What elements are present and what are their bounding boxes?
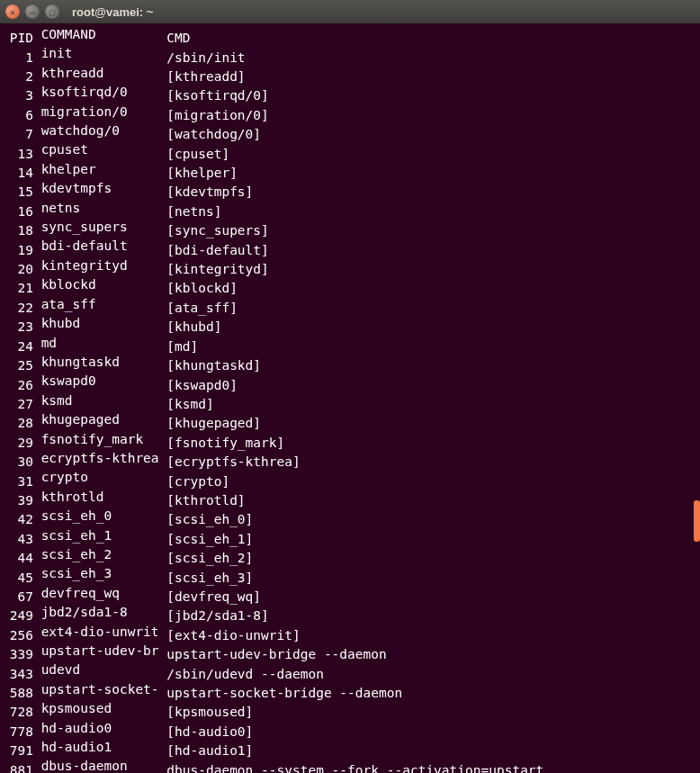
process-row: 1init/sbin/init (2, 46, 698, 65)
col-pid: 19 (2, 243, 33, 258)
col-pid: 18 (2, 223, 33, 238)
window-title: root@vamei: ~ (72, 5, 153, 19)
col-command: kswapd0 (41, 373, 167, 389)
col-pid: 25 (2, 358, 33, 373)
col-pid: 3 (2, 88, 33, 103)
col-cmd: [kdevtmpfs] (166, 184, 253, 200)
col-pid: 6 (2, 108, 33, 123)
process-row: 249jbd2/sda1-8[jbd2/sda1-8] (2, 605, 698, 624)
col-command: hd-audio0 (41, 721, 167, 736)
col-cmd: [kthreadd] (166, 69, 245, 85)
col-command: kintegrityd (41, 258, 167, 274)
col-command: ksmd (41, 393, 167, 409)
col-cmd: [scsi_eh_3] (166, 571, 253, 586)
col-pid: 15 (2, 184, 33, 200)
col-command: hd-audio1 (41, 740, 167, 755)
scrollbar-thumb[interactable] (694, 500, 700, 542)
col-cmd: [kswapd0] (166, 378, 238, 393)
minimize-icon[interactable]: ‒ (25, 4, 40, 19)
col-cmd: [khugepaged] (166, 416, 261, 431)
process-row: 791hd-audio1[hd-audio1] (2, 740, 698, 759)
col-command: init (41, 46, 167, 61)
col-command: watchdog/0 (41, 123, 167, 139)
col-command: scsi_eh_1 (41, 528, 167, 544)
window-titlebar[interactable]: ✕ ‒ ▢ root@vamei: ~ (0, 0, 700, 23)
process-row: 43scsi_eh_1[scsi_eh_1] (2, 528, 698, 547)
col-cmd: [cpuset] (166, 147, 229, 162)
col-command: kdevtmpfs (41, 181, 167, 196)
col-command: scsi_eh_2 (41, 547, 167, 562)
col-pid: 20 (2, 262, 33, 277)
maximize-icon[interactable]: ▢ (45, 4, 59, 19)
process-row: 31crypto[crypto] (2, 470, 698, 489)
process-row: 20kintegrityd[kintegrityd] (2, 258, 698, 277)
col-pid: 22 (2, 301, 33, 316)
col-cmd: [ecryptfs-kthrea] (166, 454, 300, 470)
process-row: 26kswapd0[kswapd0] (2, 373, 698, 392)
col-cmd: [kintegrityd] (166, 262, 269, 277)
col-pid: 339 (2, 647, 33, 662)
col-pid: 778 (2, 724, 33, 740)
process-row: 19bdi-default[bdi-default] (2, 238, 698, 257)
terminal-output[interactable]: PIDCOMMANDCMD1init/sbin/init2kthreadd[kt… (0, 23, 700, 773)
col-cmd: [ata_sff] (166, 301, 238, 316)
process-row: 343udevd/sbin/udevd --daemon (2, 662, 698, 681)
col-pid: 42 (2, 512, 33, 527)
col-cmd: [ksmd] (166, 397, 213, 412)
col-command: md (41, 336, 167, 351)
col-command: kthreadd (41, 66, 167, 81)
col-command: upstart-udev-br (41, 643, 167, 659)
col-cmd: [watchdog/0] (166, 127, 261, 142)
col-command: ksoftirqd/0 (41, 85, 167, 100)
process-row: 42scsi_eh_0[scsi_eh_0] (2, 508, 698, 527)
col-command: netns (41, 201, 167, 216)
process-row: 881dbus-daemondbus-daemon --system --for… (2, 759, 698, 773)
col-pid: 44 (2, 551, 33, 566)
col-command: jbd2/sda1-8 (41, 605, 167, 620)
col-command: bdi-default (41, 238, 167, 254)
process-row: 28khugepaged[khugepaged] (2, 412, 698, 431)
col-cmd: /sbin/init (166, 50, 245, 66)
col-cmd: [jbd2/sda1-8] (166, 608, 269, 624)
process-header-row: PIDCOMMANDCMD (2, 27, 698, 46)
col-pid: 791 (2, 743, 33, 759)
process-row: 6migration/0[migration/0] (2, 104, 698, 123)
col-cmd: [bdi-default] (166, 243, 269, 258)
col-command: khubd (41, 316, 167, 331)
col-command: kpsmoused (41, 701, 167, 716)
col-cmd: [ksoftirqd/0] (166, 88, 269, 103)
process-row: 27ksmd[ksmd] (2, 393, 698, 412)
col-command: dbus-daemon (41, 759, 167, 773)
col-command: scsi_eh_3 (41, 566, 167, 581)
process-row: 24md[md] (2, 336, 698, 355)
col-command: ext4-dio-unwrit (41, 625, 167, 640)
col-cmd: [md] (166, 339, 198, 355)
col-command: fsnotify_mark (41, 432, 167, 447)
col-cmd: [fsnotify_mark] (166, 436, 284, 451)
process-row: 22ata_sff[ata_sff] (2, 297, 698, 316)
process-row: 23khubd[khubd] (2, 316, 698, 335)
col-pid: 7 (2, 127, 33, 142)
col-cmd: [scsi_eh_1] (166, 532, 253, 547)
col-command: cpuset (41, 142, 167, 157)
col-pid: 249 (2, 608, 33, 624)
col-pid: 43 (2, 532, 33, 547)
process-row: 14khelper[khelper] (2, 162, 698, 181)
process-row: 778hd-audio0[hd-audio0] (2, 721, 698, 740)
scrollbar-track[interactable] (693, 23, 700, 773)
col-pid: 30 (2, 454, 33, 470)
col-command: khelper (41, 162, 167, 177)
col-cmd: [khelper] (166, 166, 238, 181)
process-row: 13cpuset[cpuset] (2, 142, 698, 161)
close-icon[interactable]: ✕ (5, 4, 20, 19)
col-pid: 27 (2, 397, 33, 412)
col-cmd: upstart-socket-bridge --daemon (166, 686, 402, 701)
process-row: 29fsnotify_mark[fsnotify_mark] (2, 432, 698, 451)
col-command: devfreq_wq (41, 586, 167, 601)
process-row: 45scsi_eh_3[scsi_eh_3] (2, 566, 698, 585)
col-command: ecryptfs-kthrea (41, 451, 167, 466)
col-cmd: [khungtaskd] (166, 358, 261, 373)
process-row: 588upstart-socket-upstart-socket-bridge … (2, 682, 698, 701)
col-pid: 13 (2, 147, 33, 162)
col-cmd: [khubd] (166, 319, 221, 335)
